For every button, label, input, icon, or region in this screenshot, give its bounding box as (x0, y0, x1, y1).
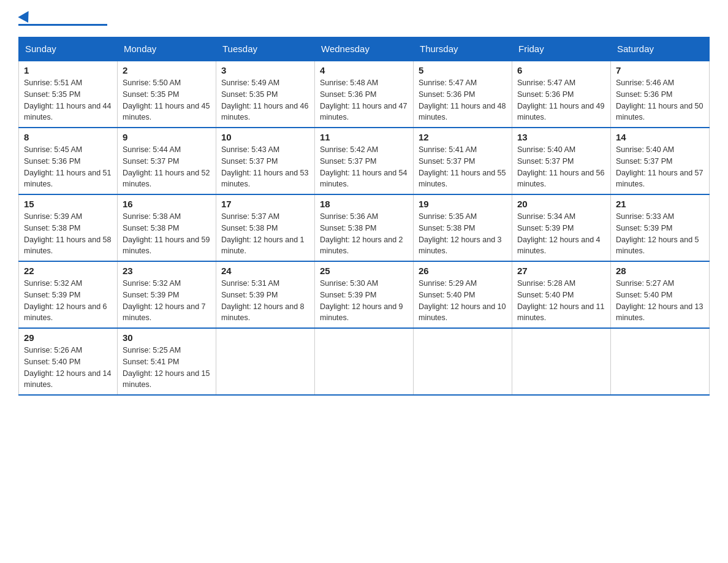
day-info: Sunrise: 5:40 AMSunset: 5:37 PMDaylight:… (517, 144, 605, 190)
day-number: 1 (24, 65, 112, 75)
day-info: Sunrise: 5:25 AMSunset: 5:41 PMDaylight:… (123, 345, 211, 391)
day-number: 25 (320, 266, 408, 276)
day-info: Sunrise: 5:34 AMSunset: 5:39 PMDaylight:… (517, 211, 605, 257)
day-info: Sunrise: 5:46 AMSunset: 5:36 PMDaylight:… (616, 77, 704, 123)
calendar-cell (315, 328, 414, 395)
day-info: Sunrise: 5:38 AMSunset: 5:38 PMDaylight:… (123, 211, 211, 257)
calendar-table: SundayMondayTuesdayWednesdayThursdayFrid… (18, 37, 710, 396)
calendar-cell: 10 Sunrise: 5:43 AMSunset: 5:37 PMDaylig… (216, 128, 315, 194)
calendar-cell (216, 328, 315, 395)
calendar-week-row: 22 Sunrise: 5:32 AMSunset: 5:39 PMDaylig… (19, 261, 710, 328)
calendar-cell: 23 Sunrise: 5:32 AMSunset: 5:39 PMDaylig… (118, 261, 216, 328)
calendar-cell: 16 Sunrise: 5:38 AMSunset: 5:38 PMDaylig… (118, 194, 216, 261)
calendar-cell: 2 Sunrise: 5:50 AMSunset: 5:35 PMDayligh… (118, 61, 216, 128)
calendar-cell: 25 Sunrise: 5:30 AMSunset: 5:39 PMDaylig… (315, 261, 414, 328)
day-number: 10 (221, 132, 309, 142)
day-info: Sunrise: 5:41 AMSunset: 5:37 PMDaylight:… (419, 144, 507, 190)
day-info: Sunrise: 5:26 AMSunset: 5:40 PMDaylight:… (24, 345, 112, 391)
day-number: 17 (221, 199, 309, 209)
weekday-header-tuesday: Tuesday (216, 37, 315, 61)
day-number: 28 (616, 266, 704, 276)
day-number: 23 (123, 266, 211, 276)
day-number: 19 (419, 199, 507, 209)
day-number: 6 (517, 65, 605, 75)
logo-underline (18, 24, 107, 26)
day-info: Sunrise: 5:40 AMSunset: 5:37 PMDaylight:… (616, 144, 704, 190)
weekday-header-thursday: Thursday (414, 37, 512, 61)
day-number: 22 (24, 266, 112, 276)
calendar-cell: 12 Sunrise: 5:41 AMSunset: 5:37 PMDaylig… (414, 128, 512, 194)
calendar-week-row: 15 Sunrise: 5:39 AMSunset: 5:38 PMDaylig… (19, 194, 710, 261)
day-info: Sunrise: 5:39 AMSunset: 5:38 PMDaylight:… (24, 211, 112, 257)
day-number: 30 (123, 332, 211, 343)
calendar-cell: 29 Sunrise: 5:26 AMSunset: 5:40 PMDaylig… (19, 328, 118, 395)
day-info: Sunrise: 5:27 AMSunset: 5:40 PMDaylight:… (616, 278, 704, 324)
day-number: 14 (616, 132, 704, 142)
weekday-header-friday: Friday (512, 37, 611, 61)
logo-text (18, 12, 32, 22)
calendar-cell: 9 Sunrise: 5:44 AMSunset: 5:37 PMDayligh… (118, 128, 216, 194)
calendar-cell: 6 Sunrise: 5:47 AMSunset: 5:36 PMDayligh… (512, 61, 611, 128)
day-info: Sunrise: 5:51 AMSunset: 5:35 PMDaylight:… (24, 77, 112, 123)
weekday-header-row: SundayMondayTuesdayWednesdayThursdayFrid… (19, 37, 710, 61)
calendar-cell (611, 328, 710, 395)
calendar-cell: 7 Sunrise: 5:46 AMSunset: 5:36 PMDayligh… (611, 61, 710, 128)
page-header (18, 12, 710, 26)
weekday-header-saturday: Saturday (611, 37, 710, 61)
day-number: 12 (419, 132, 507, 142)
calendar-cell: 21 Sunrise: 5:33 AMSunset: 5:39 PMDaylig… (611, 194, 710, 261)
day-number: 9 (123, 132, 211, 142)
day-number: 16 (123, 199, 211, 209)
calendar-cell: 4 Sunrise: 5:48 AMSunset: 5:36 PMDayligh… (315, 61, 414, 128)
day-number: 15 (24, 199, 112, 209)
day-number: 2 (123, 65, 211, 75)
day-info: Sunrise: 5:48 AMSunset: 5:36 PMDaylight:… (320, 77, 408, 123)
calendar-cell: 3 Sunrise: 5:49 AMSunset: 5:35 PMDayligh… (216, 61, 315, 128)
weekday-header-wednesday: Wednesday (315, 37, 414, 61)
day-info: Sunrise: 5:49 AMSunset: 5:35 PMDaylight:… (221, 77, 309, 123)
day-number: 7 (616, 65, 704, 75)
calendar-cell: 1 Sunrise: 5:51 AMSunset: 5:35 PMDayligh… (19, 61, 118, 128)
day-number: 8 (24, 132, 112, 142)
day-number: 5 (419, 65, 507, 75)
day-number: 11 (320, 132, 408, 142)
day-info: Sunrise: 5:47 AMSunset: 5:36 PMDaylight:… (419, 77, 507, 123)
calendar-cell: 5 Sunrise: 5:47 AMSunset: 5:36 PMDayligh… (414, 61, 512, 128)
day-info: Sunrise: 5:43 AMSunset: 5:37 PMDaylight:… (221, 144, 309, 190)
day-info: Sunrise: 5:35 AMSunset: 5:38 PMDaylight:… (419, 211, 507, 257)
calendar-cell: 30 Sunrise: 5:25 AMSunset: 5:41 PMDaylig… (118, 328, 216, 395)
day-number: 26 (419, 266, 507, 276)
calendar-cell: 19 Sunrise: 5:35 AMSunset: 5:38 PMDaylig… (414, 194, 512, 261)
day-number: 27 (517, 266, 605, 276)
day-info: Sunrise: 5:29 AMSunset: 5:40 PMDaylight:… (419, 278, 507, 324)
calendar-week-row: 1 Sunrise: 5:51 AMSunset: 5:35 PMDayligh… (19, 61, 710, 128)
calendar-cell: 27 Sunrise: 5:28 AMSunset: 5:40 PMDaylig… (512, 261, 611, 328)
day-info: Sunrise: 5:30 AMSunset: 5:39 PMDaylight:… (320, 278, 408, 324)
calendar-cell: 13 Sunrise: 5:40 AMSunset: 5:37 PMDaylig… (512, 128, 611, 194)
day-number: 29 (24, 332, 112, 343)
calendar-cell: 20 Sunrise: 5:34 AMSunset: 5:39 PMDaylig… (512, 194, 611, 261)
calendar-week-row: 8 Sunrise: 5:45 AMSunset: 5:36 PMDayligh… (19, 128, 710, 194)
day-info: Sunrise: 5:47 AMSunset: 5:36 PMDaylight:… (517, 77, 605, 123)
day-info: Sunrise: 5:28 AMSunset: 5:40 PMDaylight:… (517, 278, 605, 324)
day-info: Sunrise: 5:32 AMSunset: 5:39 PMDaylight:… (123, 278, 211, 324)
day-number: 4 (320, 65, 408, 75)
day-number: 24 (221, 266, 309, 276)
day-info: Sunrise: 5:32 AMSunset: 5:39 PMDaylight:… (24, 278, 112, 324)
calendar-cell: 22 Sunrise: 5:32 AMSunset: 5:39 PMDaylig… (19, 261, 118, 328)
calendar-cell: 24 Sunrise: 5:31 AMSunset: 5:39 PMDaylig… (216, 261, 315, 328)
weekday-header-monday: Monday (118, 37, 216, 61)
calendar-cell: 26 Sunrise: 5:29 AMSunset: 5:40 PMDaylig… (414, 261, 512, 328)
day-number: 20 (517, 199, 605, 209)
day-info: Sunrise: 5:33 AMSunset: 5:39 PMDaylight:… (616, 211, 704, 257)
calendar-cell: 15 Sunrise: 5:39 AMSunset: 5:38 PMDaylig… (19, 194, 118, 261)
logo-area (18, 12, 107, 26)
day-info: Sunrise: 5:37 AMSunset: 5:38 PMDaylight:… (221, 211, 309, 257)
day-info: Sunrise: 5:44 AMSunset: 5:37 PMDaylight:… (123, 144, 211, 190)
calendar-cell: 18 Sunrise: 5:36 AMSunset: 5:38 PMDaylig… (315, 194, 414, 261)
day-info: Sunrise: 5:36 AMSunset: 5:38 PMDaylight:… (320, 211, 408, 257)
calendar-cell (512, 328, 611, 395)
calendar-cell: 11 Sunrise: 5:42 AMSunset: 5:37 PMDaylig… (315, 128, 414, 194)
day-info: Sunrise: 5:50 AMSunset: 5:35 PMDaylight:… (123, 77, 211, 123)
calendar-cell: 8 Sunrise: 5:45 AMSunset: 5:36 PMDayligh… (19, 128, 118, 194)
